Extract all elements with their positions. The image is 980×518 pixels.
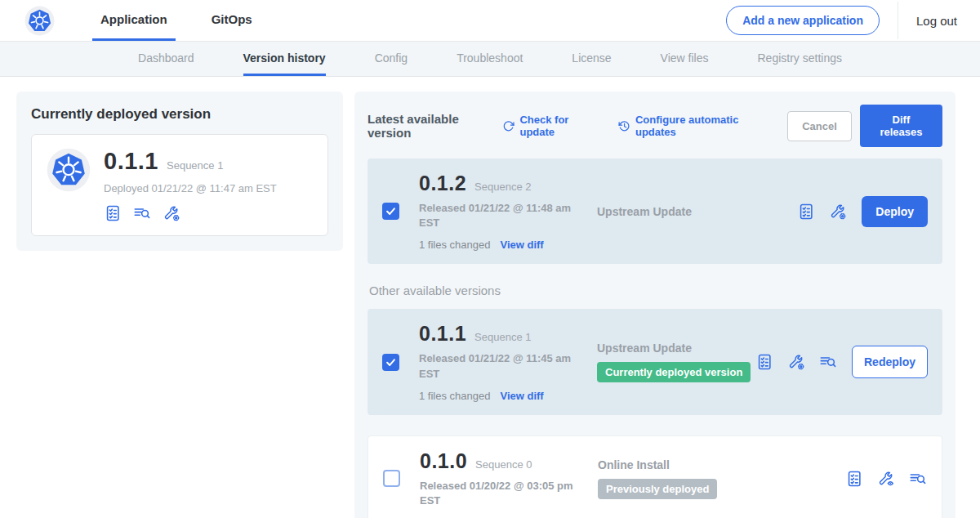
- version-number: 0.1.2: [419, 172, 466, 195]
- add-application-button[interactable]: Add a new application: [726, 6, 880, 35]
- top-nav: Application GitOps Add a new application…: [0, 0, 980, 41]
- currently-deployed-title: Currently deployed version: [31, 106, 328, 123]
- version-sequence: Sequence 0: [475, 458, 532, 471]
- version-row-0-1-2: 0.1.2 Sequence 2 Released 01/21/22 @ 11:…: [368, 159, 942, 264]
- deployed-timestamp: Deployed 01/21/22 @ 11:47 am EST: [104, 182, 277, 194]
- version-number: 0.1.0: [420, 449, 467, 473]
- tab-application[interactable]: Application: [92, 0, 176, 41]
- nav-divider: [898, 2, 898, 39]
- check-for-update-link[interactable]: Check for update: [502, 114, 597, 138]
- deployed-version-sequence: Sequence 1: [167, 159, 223, 172]
- kubernetes-logo-icon: [24, 0, 55, 41]
- version-checkbox[interactable]: [382, 354, 399, 371]
- logout-button[interactable]: Log out: [916, 14, 957, 28]
- tab-gitops-label: GitOps: [212, 12, 252, 26]
- released-timestamp: Released 01/20/22 @ 03:05 pm EST: [420, 479, 595, 508]
- edit-config-icon[interactable]: [787, 353, 805, 371]
- other-versions-label: Other available versions: [369, 284, 941, 297]
- edit-config-icon[interactable]: [829, 203, 847, 221]
- tab-config[interactable]: Config: [375, 42, 408, 76]
- deploy-button[interactable]: Deploy: [862, 196, 928, 227]
- tab-license[interactable]: License: [572, 42, 611, 76]
- files-changed: 1 files changed: [419, 390, 490, 402]
- tab-version-history[interactable]: Version history: [243, 42, 326, 76]
- release-notes-icon[interactable]: [755, 353, 773, 371]
- view-files-icon[interactable]: [909, 470, 927, 488]
- version-row-0-1-0: 0.1.0 Sequence 0 Released 01/20/22 @ 03:…: [368, 435, 942, 518]
- diff-releases-button[interactable]: Diff releases: [860, 105, 942, 147]
- currently-deployed-panel: Currently deployed version 0.1.1 Sequenc…: [16, 92, 343, 251]
- currently-deployed-badge: Currently deployed version: [597, 362, 751, 382]
- cancel-button[interactable]: Cancel: [787, 111, 852, 141]
- version-sequence: Sequence 2: [474, 181, 531, 193]
- version-sequence: Sequence 1: [474, 331, 531, 343]
- tab-troubleshoot[interactable]: Troubleshoot: [457, 42, 523, 76]
- configure-updates-link[interactable]: Configure automatic updates: [618, 114, 766, 138]
- version-checkbox[interactable]: [382, 203, 399, 220]
- configure-updates-label: Configure automatic updates: [635, 114, 766, 138]
- topnav-tabs: Application GitOps: [92, 0, 288, 41]
- version-source: Online Install: [598, 458, 845, 471]
- view-files-icon[interactable]: [819, 353, 837, 371]
- deployed-version-card: 0.1.1 Sequence 1 Deployed 01/21/22 @ 11:…: [31, 134, 328, 236]
- version-history-panel: Latest available version Check for updat…: [354, 92, 956, 518]
- deployed-version-number: 0.1.1: [104, 148, 158, 175]
- version-source: Upstream Update: [597, 205, 797, 218]
- release-notes-icon[interactable]: [845, 470, 863, 488]
- released-timestamp: Released 01/21/22 @ 11:45 am EST: [419, 351, 594, 381]
- app-logo-icon: [47, 148, 91, 192]
- release-notes-icon[interactable]: [797, 203, 815, 221]
- files-changed: 1 files changed: [419, 239, 490, 251]
- tab-dashboard[interactable]: Dashboard: [138, 42, 194, 76]
- view-diff-link[interactable]: View diff: [500, 390, 543, 402]
- tab-gitops[interactable]: GitOps: [203, 0, 261, 41]
- release-notes-icon[interactable]: [104, 204, 122, 222]
- redeploy-button[interactable]: Redeploy: [852, 346, 928, 378]
- tab-registry-settings[interactable]: Registry settings: [758, 42, 842, 76]
- view-diff-link[interactable]: View diff: [500, 239, 543, 251]
- version-row-0-1-1: 0.1.1 Sequence 1 Released 01/21/22 @ 11:…: [368, 309, 942, 414]
- view-config-icon[interactable]: [877, 470, 895, 488]
- tab-view-files[interactable]: View files: [661, 42, 709, 76]
- previously-deployed-badge: Previously deployed: [598, 479, 717, 499]
- check-for-update-label: Check for update: [519, 114, 596, 138]
- checkmark-icon: [385, 205, 397, 217]
- version-source: Upstream Update: [597, 342, 755, 355]
- released-timestamp: Released 01/21/22 @ 11:48 am EST: [419, 201, 594, 230]
- latest-version-title: Latest available version: [368, 112, 491, 140]
- clock-refresh-icon: [618, 119, 630, 133]
- view-files-icon[interactable]: [133, 204, 151, 222]
- edit-config-icon[interactable]: [163, 204, 180, 222]
- checkmark-icon: [385, 356, 397, 368]
- refresh-icon: [502, 119, 514, 133]
- version-checkbox[interactable]: [383, 470, 400, 487]
- sub-nav: Dashboard Version history Config Trouble…: [0, 41, 980, 77]
- version-number: 0.1.1: [419, 322, 466, 346]
- tab-application-label: Application: [100, 12, 167, 26]
